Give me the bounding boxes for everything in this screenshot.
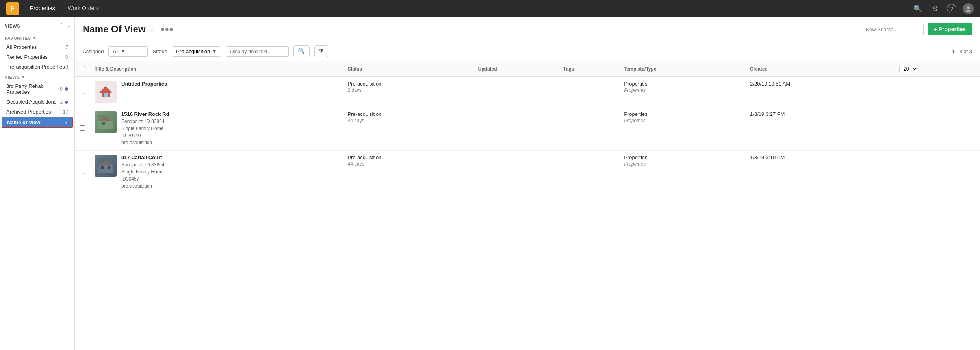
per-page-select[interactable]: 20 <box>899 65 918 73</box>
sidebar-collapse-icon[interactable]: ‹ <box>68 22 70 30</box>
table-row: 1516 River Rock Rd Sandpoint, ID 83864Si… <box>75 107 980 151</box>
sidebar-item-count: 7 <box>65 45 68 50</box>
sidebar-item-count: 0 <box>65 54 68 60</box>
add-properties-button[interactable]: + Properties <box>928 23 972 35</box>
views-arrow-icon: ▼ <box>21 75 25 79</box>
status-value: Pre-acquisition <box>176 48 210 54</box>
status-text: Pre-acquisition <box>347 155 468 160</box>
sidebar-item-pre-acquisition[interactable]: Pre-acquisition Properties 3 <box>2 62 73 72</box>
status-text: Pre-acquisition <box>347 111 468 117</box>
filter-button[interactable]: ⧩ <box>314 45 328 57</box>
search-icon: 🔍 <box>298 48 305 54</box>
property-name[interactable]: Untitled Properties <box>121 81 167 87</box>
table-row: Untitled Properties Pre-acquisition 2 da… <box>75 77 980 107</box>
page-count: 1 - 3 of 3 <box>952 48 972 54</box>
assigned-value: All <box>113 48 118 54</box>
property-thumbnail <box>95 111 117 133</box>
column-header-per-page: 20 <box>895 61 980 77</box>
row-checkbox[interactable] <box>80 125 85 131</box>
select-all-header <box>75 61 90 77</box>
sidebar: VIEWS ⋮ ‹ FAVORITES ▼ All Properties 7 R… <box>0 17 75 350</box>
sidebar-item-count: 1 <box>60 99 63 105</box>
select-all-checkbox[interactable] <box>80 66 85 71</box>
row-checkbox[interactable] <box>80 169 85 174</box>
sidebar-item-archived-properties[interactable]: Archived Properties 17 <box>2 107 73 117</box>
column-header-template: Template/Type <box>619 61 745 77</box>
row-checkbox[interactable] <box>80 89 85 94</box>
title-cell: Untitled Properties <box>90 77 343 107</box>
nav-tab-properties[interactable]: Properties <box>24 0 61 17</box>
sidebar-item-count: 3 <box>65 64 68 70</box>
funnel-icon: ⧩ <box>319 48 324 54</box>
sidebar-item-all-properties[interactable]: All Properties 7 <box>2 42 73 52</box>
nav-tab-work-orders[interactable]: Work Orders <box>61 0 105 17</box>
svg-rect-12 <box>108 166 110 169</box>
sidebar-item-occupied-acquisitions[interactable]: Occupied Acquisitions 1 <box>2 97 73 107</box>
page-header: Name Of View ☆ ●●● New Search... + Prope… <box>75 17 980 41</box>
svg-rect-11 <box>101 166 104 169</box>
property-thumbnail <box>95 155 117 177</box>
column-header-status: Status <box>343 61 473 77</box>
sidebar-item-label: Pre-acquisition Properties <box>6 64 65 70</box>
gear-icon[interactable]: ⚙ <box>930 3 941 14</box>
help-icon[interactable]: ? <box>947 4 956 13</box>
favorite-star-icon[interactable]: ☆ <box>150 26 155 33</box>
svg-point-0 <box>967 6 970 9</box>
template-name: Properties <box>624 155 741 160</box>
template-sub: Properties <box>624 118 741 123</box>
sidebar-more-icon[interactable]: ⋮ <box>58 22 65 30</box>
table-container: Title & Description Status Updated Tags … <box>75 61 980 350</box>
svg-rect-10 <box>98 165 113 173</box>
status-text: Pre-acquisition <box>347 81 468 87</box>
assigned-select[interactable]: All ▼ <box>108 46 148 57</box>
created-date: 2/20/19 10:51 AM <box>750 81 890 87</box>
table-row: 917 Cattail Court Sandpoint, ID 83864Sin… <box>75 151 980 194</box>
days-text: 44 days <box>347 118 468 123</box>
favorites-section-label: FAVORITES ▼ <box>0 33 74 42</box>
property-detail: Sandpoint, ID 83864Single Family HomeID-… <box>121 118 169 146</box>
user-avatar[interactable] <box>963 3 974 14</box>
favorites-arrow-icon: ▼ <box>33 36 37 40</box>
new-search-box[interactable]: New Search... <box>861 24 924 35</box>
property-name[interactable]: 1516 River Rock Rd <box>121 111 169 117</box>
search-icon[interactable]: 🔍 <box>912 3 923 14</box>
nav-icon-group: 🔍 ⚙ ? <box>912 3 974 14</box>
assigned-chevron-icon: ▼ <box>121 49 125 54</box>
assigned-label: Assigned <box>83 48 104 54</box>
app-logo: F <box>6 2 19 15</box>
sidebar-item-label: Name of View <box>7 119 40 125</box>
days-text: 44 days <box>347 161 468 167</box>
status-cell: Pre-acquisition 44 days <box>343 107 473 151</box>
sidebar-title: VIEWS <box>5 24 20 28</box>
template-cell: Properties Properties <box>619 77 745 107</box>
created-date: 1/8/19 3:10 PM <box>750 155 890 160</box>
svg-rect-6 <box>98 121 113 129</box>
sidebar-item-count: 17 <box>63 109 68 115</box>
sidebar-item-label: 3rd Party Rehab Properties <box>6 83 60 95</box>
sidebar-item-name-of-view[interactable]: Name of View 3 <box>2 117 73 128</box>
template-cell: Properties Properties <box>619 107 745 151</box>
sidebar-item-count: 3 <box>65 120 67 125</box>
property-name[interactable]: 917 Cattail Court <box>121 155 164 160</box>
column-header-title: Title & Description <box>90 61 343 77</box>
views-section-label: VIEWS ▼ <box>0 72 74 81</box>
template-cell: Properties Properties <box>619 151 745 194</box>
property-detail: Sandpoint, ID 83864Single Family HomeID3… <box>121 161 164 190</box>
sidebar-header: VIEWS ⋮ ‹ <box>0 17 74 33</box>
more-options-icon[interactable]: ●●● <box>161 25 174 34</box>
tags-cell <box>559 107 619 151</box>
property-thumbnail <box>95 81 117 103</box>
template-name: Properties <box>624 111 741 117</box>
display-field-input[interactable] <box>226 46 289 57</box>
search-button[interactable]: 🔍 <box>293 45 310 57</box>
sidebar-item-label: Occupied Acquisitions <box>6 99 56 105</box>
template-sub: Properties <box>624 88 741 93</box>
sidebar-item-3rd-party-rehab[interactable]: 3rd Party Rehab Properties 0 <box>2 81 73 97</box>
template-sub: Properties <box>624 161 741 167</box>
sidebar-item-rented-properties[interactable]: Rented Properties 0 <box>2 52 73 62</box>
status-select[interactable]: Pre-acquisition ▼ <box>172 46 221 57</box>
created-cell: 1/8/19 3:10 PM <box>745 151 895 194</box>
app-body: VIEWS ⋮ ‹ FAVORITES ▼ All Properties 7 R… <box>0 17 980 350</box>
filters-bar: Assigned All ▼ Status Pre-acquisition ▼ … <box>75 41 980 61</box>
status-cell: Pre-acquisition 2 days <box>343 77 473 107</box>
